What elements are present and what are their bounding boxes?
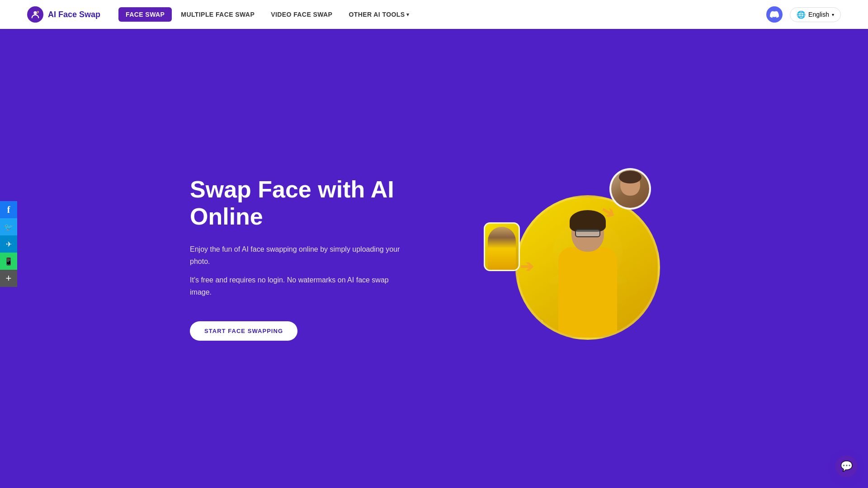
app-overlay-icon-2: 📱	[644, 322, 650, 327]
brand-icon	[27, 6, 43, 23]
facebook-icon: f	[7, 205, 10, 215]
facebook-share-button[interactable]: f	[0, 201, 17, 218]
main-circle-image: Inran 📱	[515, 195, 660, 340]
hero-image-container: ➔ ➔	[479, 168, 660, 349]
app-overlay-card: Inran	[522, 319, 543, 328]
nav-links: FACE SWAP MULTIPLE FACE SWAP VIDEO FACE …	[118, 7, 417, 22]
hero-desc-1: Enjoy the fun of AI face swapping online…	[190, 243, 411, 267]
whatsapp-share-button[interactable]: 📱	[0, 253, 17, 270]
more-icon: +	[6, 272, 12, 284]
globe-icon: 🌐	[797, 10, 806, 19]
brand-name: AI Face Swap	[48, 10, 100, 19]
nav-video-face-swap[interactable]: VIDEO FACE SWAP	[264, 7, 340, 22]
chat-icon: 💬	[840, 460, 853, 472]
hero-section: Swap Face with AI Online Enjoy the fun o…	[0, 0, 868, 488]
arrow-left-icon: ➔	[520, 258, 533, 275]
telegram-share-button[interactable]: ✈	[0, 235, 17, 253]
navbar: AI Face Swap FACE SWAP MULTIPLE FACE SWA…	[0, 0, 868, 29]
nav-left: AI Face Swap FACE SWAP MULTIPLE FACE SWA…	[27, 6, 417, 23]
chevron-down-icon: ▾	[406, 12, 409, 18]
chat-support-button[interactable]: 💬	[835, 455, 857, 477]
hero-visual: ➔ ➔	[439, 168, 678, 349]
language-label: English	[808, 11, 829, 18]
start-face-swapping-button[interactable]: START FACE SWAPPING	[190, 321, 297, 341]
nav-multiple-face-swap[interactable]: MULTIPLE FACE SWAP	[174, 7, 262, 22]
nav-other-ai-tools[interactable]: OTHER AI TOOLS ▾	[341, 7, 417, 22]
lang-chevron-icon: ▾	[832, 12, 834, 17]
hero-content: Swap Face with AI Online Enjoy the fun o…	[163, 141, 705, 376]
float-top-face	[609, 168, 651, 210]
twitter-share-button[interactable]: 🐦	[0, 218, 17, 235]
twitter-icon: 🐦	[4, 223, 13, 231]
app-overlay-card-2: 📱	[641, 320, 653, 328]
whatsapp-icon: 📱	[4, 257, 13, 266]
nav-right: 🌐 English ▾	[766, 6, 841, 23]
telegram-icon: ✈	[6, 240, 12, 249]
float-left-card	[484, 222, 520, 271]
hero-title: Swap Face with AI Online	[190, 176, 411, 230]
discord-button[interactable]	[766, 6, 783, 23]
language-selector[interactable]: 🌐 English ▾	[790, 7, 841, 22]
app-overlay-label: Inran	[527, 321, 539, 327]
social-sidebar: f 🐦 ✈ 📱 +	[0, 201, 17, 287]
brand-logo[interactable]: AI Face Swap	[27, 6, 100, 23]
svg-point-0	[33, 11, 37, 14]
nav-face-swap[interactable]: FACE SWAP	[118, 7, 172, 22]
hero-desc-2: It's free and requires no login. No wate…	[190, 274, 411, 298]
hero-text: Swap Face with AI Online Enjoy the fun o…	[190, 176, 411, 340]
more-share-button[interactable]: +	[0, 270, 17, 287]
